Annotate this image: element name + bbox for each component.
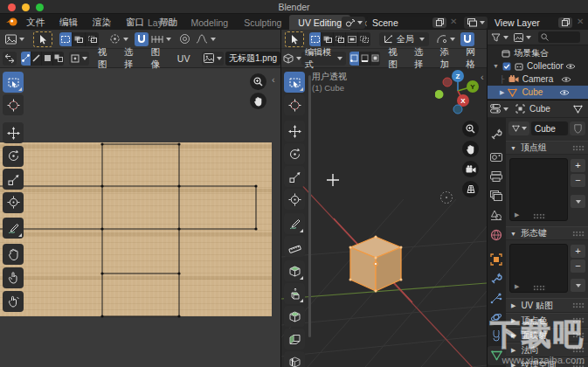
viewport-ortho-toggle-button[interactable] xyxy=(462,181,479,197)
uv-tool-grab[interactable] xyxy=(3,244,24,265)
unlink-scene-button[interactable]: ✕ xyxy=(450,17,457,26)
eye-icon[interactable] xyxy=(565,63,576,70)
uv-menu-image[interactable]: 图像 xyxy=(145,46,171,71)
menu-render[interactable]: 渲染 xyxy=(89,17,114,29)
select-new-button[interactable] xyxy=(59,32,73,46)
select-invert-button[interactable] xyxy=(346,32,358,46)
uv-face-mode-button[interactable] xyxy=(42,52,52,66)
uv-image-name-field[interactable]: 无标题1.png xyxy=(225,52,280,66)
uv-image-browse-button[interactable] xyxy=(202,52,224,66)
tab-output[interactable] xyxy=(490,171,502,182)
outliner-row-camera[interactable]: ├ Camera xyxy=(488,73,588,86)
panel-grip[interactable] xyxy=(572,347,585,353)
tool-inset-faces[interactable] xyxy=(284,306,305,327)
panel-grip[interactable] xyxy=(572,145,585,151)
tool-cursor[interactable] xyxy=(284,94,305,115)
uv-edge-mode-button[interactable] xyxy=(31,52,42,66)
list-resize-grip[interactable] xyxy=(533,285,546,291)
tab-scene[interactable] xyxy=(490,210,502,221)
uv-tool-relax[interactable] xyxy=(3,267,24,288)
vertex-colors-panel-header[interactable]: ▶ 顶点色 xyxy=(506,313,588,328)
new-scene-button[interactable] xyxy=(432,17,446,28)
tool-scale[interactable] xyxy=(284,166,305,187)
uv-tool-scale[interactable] xyxy=(3,169,24,190)
menu-file[interactable]: 文件 xyxy=(23,17,48,29)
vertex-groups-panel-header[interactable]: ▼ 顶点组 xyxy=(506,141,588,155)
viewport-zoom-button[interactable] xyxy=(462,121,479,137)
viewport-menu-select[interactable]: 选择 xyxy=(409,46,435,71)
new-view-layer-button[interactable] xyxy=(558,17,572,28)
tab-particles[interactable] xyxy=(490,292,502,304)
uv-proportional-edit-button[interactable] xyxy=(179,33,190,45)
uv-pan-button[interactable] xyxy=(250,93,266,109)
tab-tool[interactable] xyxy=(490,128,502,141)
outliner-search-field[interactable] xyxy=(538,31,580,43)
workspace-tab-sculpting[interactable]: Sculpting xyxy=(236,16,289,30)
tab-view-layer[interactable] xyxy=(490,190,502,201)
tool-add-cube[interactable] xyxy=(284,260,305,281)
shape-keys-list[interactable]: ▶ xyxy=(509,244,568,293)
uv-island-mode-button[interactable] xyxy=(53,52,64,66)
mode-dropdown[interactable]: 编辑模式 xyxy=(301,52,346,66)
uv-maps-panel-header[interactable]: ▶ UV 贴图 xyxy=(506,298,588,313)
tool-move[interactable] xyxy=(284,121,305,142)
tool-measure[interactable] xyxy=(284,236,305,257)
uv-tool-cursor[interactable] xyxy=(3,94,24,115)
normals-panel-header[interactable]: ▶ 法向 xyxy=(506,343,588,357)
uv-zoom-button[interactable] xyxy=(250,73,266,90)
tool-extrude-region[interactable] xyxy=(284,283,305,304)
texture-space-panel-header[interactable]: ▶ 纹理空间 xyxy=(506,357,588,367)
uv-tool-annotate[interactable] xyxy=(3,218,24,239)
tab-object[interactable] xyxy=(490,253,502,266)
uv-tool-select-box[interactable] xyxy=(3,72,24,93)
list-filter-toggle[interactable]: ▶ xyxy=(515,211,519,218)
select-subtract-button[interactable] xyxy=(334,32,346,46)
panel-grip[interactable] xyxy=(572,302,585,308)
mesh-name-field[interactable]: Cube xyxy=(531,121,568,135)
uv-pivot-point-button[interactable] xyxy=(109,33,128,45)
viewport-camera-view-button[interactable] xyxy=(462,161,479,177)
viewport-canvas[interactable]: 用户透视 (1) Cube Z Y X xyxy=(281,68,487,367)
transform-orientation-button[interactable]: 全局 xyxy=(379,32,429,46)
properties-editor-type-button[interactable] xyxy=(490,104,508,114)
outliner-row-collection[interactable]: ▼ Collection xyxy=(488,59,588,73)
eye-icon[interactable] xyxy=(559,89,570,96)
select-extend-button[interactable] xyxy=(322,32,334,46)
vertex-group-specials-button[interactable] xyxy=(571,195,585,208)
collection-checkbox[interactable] xyxy=(502,62,511,71)
outliner-filter-button[interactable] xyxy=(491,33,508,42)
tool-bevel[interactable] xyxy=(284,329,305,350)
viewport-menu-view[interactable]: 视图 xyxy=(383,46,409,71)
outliner-row-cube[interactable]: ▶ Cube xyxy=(488,86,588,99)
uv-snap-toggle-button[interactable] xyxy=(135,32,149,46)
viewport-menu-mesh[interactable]: 网格 xyxy=(460,46,487,71)
shape-key-remove-button[interactable]: − xyxy=(571,260,585,273)
panel-grip[interactable] xyxy=(572,231,585,237)
vertex-select-button[interactable] xyxy=(349,52,360,66)
tab-object-data-active[interactable] xyxy=(488,346,506,365)
disclosure-triangle[interactable]: ▼ xyxy=(493,63,499,69)
select-subtract-button[interactable] xyxy=(86,32,99,46)
select-extend-button[interactable] xyxy=(73,32,86,46)
navigation-gizmo[interactable]: Z Y X xyxy=(435,68,481,117)
uv-editor-type-button[interactable] xyxy=(3,32,26,46)
uv-sync-selection-button[interactable] xyxy=(3,52,17,66)
viewport-pan-button[interactable] xyxy=(462,141,479,157)
uv-vertex-mode-button[interactable] xyxy=(21,52,31,66)
viewport-sidebar-collapse-arrow[interactable]: ‹ xyxy=(481,72,484,82)
uv-sidebar-collapse-arrow[interactable]: ‹ xyxy=(272,74,275,85)
menu-edit[interactable]: 编辑 xyxy=(56,17,81,29)
shape-key-add-button[interactable]: + xyxy=(571,245,585,258)
uv-active-tool-button[interactable] xyxy=(33,31,52,47)
vertex-group-remove-button[interactable]: − xyxy=(571,174,585,187)
vertex-groups-list[interactable]: ▶ xyxy=(509,158,568,221)
snap-toggle-button[interactable] xyxy=(460,32,474,46)
panel-grip[interactable] xyxy=(572,362,585,367)
uv-canvas[interactable]: ‹ xyxy=(0,68,280,367)
tab-physics[interactable] xyxy=(490,311,502,323)
tab-modifiers[interactable] xyxy=(490,273,502,285)
view-layer-name-field[interactable]: View Layer xyxy=(489,17,573,29)
vertex-group-add-button[interactable]: + xyxy=(571,159,585,172)
uv-falloff-button[interactable] xyxy=(196,34,216,44)
fake-user-button[interactable] xyxy=(570,121,585,135)
